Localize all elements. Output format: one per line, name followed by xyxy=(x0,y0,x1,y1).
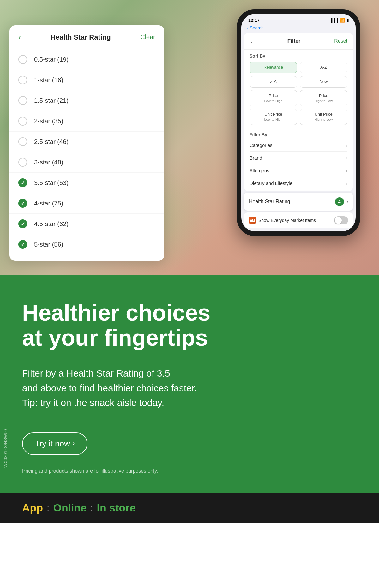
radio-4[interactable] xyxy=(18,137,27,146)
radio-0[interactable] xyxy=(18,55,27,64)
sort-by-label: Sort By xyxy=(250,53,347,58)
radio-6[interactable] xyxy=(18,178,27,187)
clear-button[interactable]: Clear xyxy=(140,34,155,41)
filter-panel: ⌄ Filter Reset Sort By Relevance A-Z Z-A… xyxy=(244,33,353,191)
star-option-1[interactable]: 1-star (16) xyxy=(9,70,164,90)
filter-dietary[interactable]: Dietary and Lifestyle › xyxy=(250,177,347,189)
footer: App : Online : In store xyxy=(0,493,379,523)
filter-categories-label: Categories xyxy=(250,143,273,148)
filter-card-title: Health Star Rating xyxy=(51,33,111,41)
filter-reset-button[interactable]: Reset xyxy=(334,38,347,44)
sort-relevance[interactable]: Relevance xyxy=(250,62,297,73)
star-option-9[interactable]: 5-star (56) xyxy=(9,234,164,254)
radio-3[interactable] xyxy=(18,117,27,126)
hsr-row-label: Health Star Rating xyxy=(249,199,290,205)
market-label: EM Show Everyday Market Items xyxy=(249,217,316,224)
star-label-5: 3-star (48) xyxy=(34,159,63,166)
star-label-7: 4-star (75) xyxy=(34,200,63,207)
star-label-9: 5-star (56) xyxy=(34,241,63,248)
signal-icon: ▐▐▐ xyxy=(329,18,338,23)
footer-link-app[interactable]: App xyxy=(22,502,43,514)
hsr-badge: 4 xyxy=(335,197,344,206)
status-icons: ▐▐▐ 📶 ▮ xyxy=(329,18,349,23)
filter-allergens[interactable]: Allergens › xyxy=(250,164,347,177)
filter-allergens-label: Allergens xyxy=(250,168,269,173)
radio-1[interactable] xyxy=(18,76,27,84)
filter-categories[interactable]: Categories › xyxy=(250,139,347,152)
status-bar: 12:17 ▐▐▐ 📶 ▮ xyxy=(241,14,356,24)
filter-panel-title: Filter xyxy=(287,38,301,44)
footer-links: App : Online : In store xyxy=(22,502,357,514)
footer-sep-2: : xyxy=(90,502,93,513)
market-row[interactable]: EM Show Everyday Market Items xyxy=(244,212,353,228)
radio-2[interactable] xyxy=(18,96,27,105)
try-btn-label: Try it now xyxy=(35,439,70,449)
footer-link-online[interactable]: Online xyxy=(53,502,87,514)
star-option-2[interactable]: 1.5-star (21) xyxy=(9,90,164,111)
brand-chevron: › xyxy=(346,156,347,161)
back-icon[interactable]: ‹ xyxy=(18,32,21,42)
footer-sep-1: : xyxy=(47,502,49,513)
filter-card-header: ‹ Health Star Rating Clear xyxy=(9,25,164,49)
health-star-filter-card: ‹ Health Star Rating Clear 0.5-star (19)… xyxy=(9,25,164,261)
star-label-8: 4.5-star (62) xyxy=(34,220,69,228)
star-label-3: 2-star (35) xyxy=(34,118,63,125)
sort-unitprice-lh[interactable]: Unit PriceLow to High xyxy=(250,109,297,125)
dietary-chevron: › xyxy=(346,181,347,186)
star-option-6[interactable]: 3.5-star (53) xyxy=(9,173,164,193)
try-btn-chevron: › xyxy=(73,439,75,448)
star-label-0: 0.5-star (19) xyxy=(34,56,69,63)
star-option-7[interactable]: 4-star (75) xyxy=(9,193,164,214)
sort-price-lh[interactable]: PriceLow to High xyxy=(250,90,297,106)
radio-9[interactable] xyxy=(18,240,27,249)
sort-unitprice-hl[interactable]: Unit PriceHigh to Low xyxy=(300,109,347,125)
radio-8[interactable] xyxy=(18,219,27,228)
wifi-icon: 📶 xyxy=(340,18,345,23)
star-option-3[interactable]: 2-star (35) xyxy=(9,111,164,132)
radio-7[interactable] xyxy=(18,199,27,208)
sort-new[interactable]: New xyxy=(300,76,347,88)
sort-price-hl[interactable]: PriceHigh to Low xyxy=(300,90,347,106)
battery-icon: ▮ xyxy=(346,18,349,23)
hsr-right: 4 › xyxy=(335,197,348,206)
sort-az[interactable]: A-Z xyxy=(300,62,347,73)
filter-chevron-down[interactable]: ⌄ xyxy=(250,38,254,44)
search-back-label: ‹ Search xyxy=(247,25,264,30)
star-option-8[interactable]: 4.5-star (62) xyxy=(9,214,164,234)
sort-by-section: Sort By Relevance A-Z Z-A New PriceLow t… xyxy=(244,50,353,129)
filter-brand-label: Brand xyxy=(250,155,262,161)
disclaimer-text: Pricing and products shown are for illus… xyxy=(22,468,357,474)
phone-mockup: 12:17 ▐▐▐ 📶 ▮ ‹ Search ⌄ Filter Reset xyxy=(237,9,360,236)
sort-za[interactable]: Z-A xyxy=(250,76,297,88)
filter-dietary-label: Dietary and Lifestyle xyxy=(250,181,292,186)
green-section: Healthier choices at your fingertips Fil… xyxy=(0,275,379,493)
filter-by-section: Filter By Categories › Brand › Allergens… xyxy=(244,129,353,191)
phone-search-back[interactable]: ‹ Search xyxy=(241,24,356,33)
try-it-now-button[interactable]: Try it now › xyxy=(22,432,87,455)
phone-screen: 12:17 ▐▐▐ 📶 ▮ ‹ Search ⌄ Filter Reset xyxy=(241,14,356,231)
phone-outer: 12:17 ▐▐▐ 📶 ▮ ‹ Search ⌄ Filter Reset xyxy=(237,9,360,236)
categories-chevron: › xyxy=(346,143,347,148)
star-option-5[interactable]: 3-star (48) xyxy=(9,152,164,173)
star-label-4: 2.5-star (46) xyxy=(34,138,69,145)
radio-5[interactable] xyxy=(18,158,27,167)
vertical-label: WC08012S/NSW50 xyxy=(3,429,8,468)
star-option-4[interactable]: 2.5-star (46) xyxy=(9,132,164,152)
filter-panel-header: ⌄ Filter Reset xyxy=(244,33,353,50)
market-icon: EM xyxy=(249,217,256,224)
photo-section: ‹ Health Star Rating Clear 0.5-star (19)… xyxy=(0,0,379,275)
market-toggle[interactable] xyxy=(334,216,348,224)
filter-brand[interactable]: Brand › xyxy=(250,152,347,164)
allergens-chevron: › xyxy=(346,168,347,173)
hsr-row[interactable]: Health Star Rating 4 › xyxy=(244,193,353,211)
headline-line1: Healthier choices xyxy=(22,300,210,325)
filter-by-label: Filter By xyxy=(250,132,347,137)
status-time: 12:17 xyxy=(248,18,260,23)
sort-grid: Relevance A-Z Z-A New PriceLow to High P… xyxy=(250,62,347,125)
headline-line2: at your fingertips xyxy=(22,325,208,350)
market-text: Show Everyday Market Items xyxy=(258,218,316,223)
hsr-chevron: › xyxy=(346,199,348,205)
star-option-0[interactable]: 0.5-star (19) xyxy=(9,49,164,70)
star-label-6: 3.5-star (53) xyxy=(34,179,69,187)
footer-link-instore[interactable]: In store xyxy=(97,502,136,514)
